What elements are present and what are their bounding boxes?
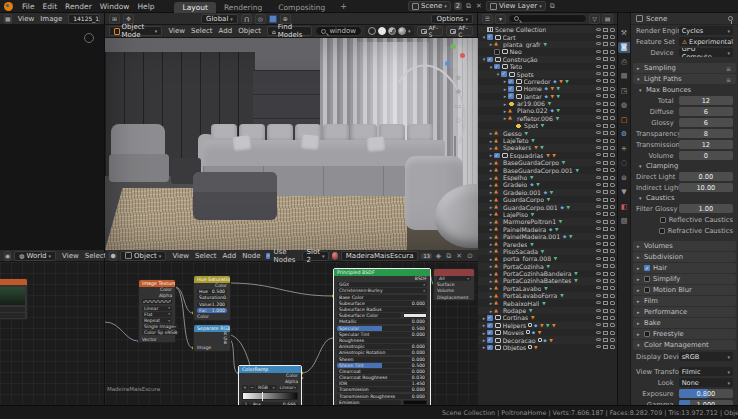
world[interactable]: ◍ bbox=[618, 100, 630, 111]
node-dropdown[interactable]: Repeat▾ bbox=[142, 318, 172, 323]
outliner-row[interactable]: LajeTeto bbox=[478, 137, 617, 144]
menu-item[interactable]: View bbox=[15, 15, 38, 23]
property-field[interactable]: ⚠ Experimental ▾ bbox=[679, 37, 733, 46]
disable-render-icon[interactable] bbox=[610, 345, 615, 349]
section-checkbox[interactable] bbox=[644, 265, 650, 271]
matcap-preview-icon[interactable] bbox=[269, 15, 277, 23]
menu-item[interactable]: Render bbox=[61, 2, 96, 11]
outliner-row[interactable]: PortaCozinhaBatentes bbox=[478, 277, 617, 284]
scene-selector[interactable]: Scene ▾ bbox=[408, 1, 451, 11]
properties-row[interactable]: Subdivision ⚠ ▾ ≡ bbox=[633, 252, 736, 262]
disable-viewport-icon[interactable] bbox=[603, 309, 608, 313]
tool[interactable]: ⚒ bbox=[618, 27, 630, 38]
display-mode-icon[interactable]: ▾ bbox=[495, 14, 506, 24]
disable-render-icon[interactable] bbox=[610, 272, 615, 276]
disable-viewport-icon[interactable] bbox=[603, 183, 608, 187]
outliner-row[interactable]: Helpers bbox=[478, 322, 617, 329]
hide-eye-icon[interactable] bbox=[596, 257, 601, 260]
add-stop-button[interactable]: + bbox=[242, 385, 248, 390]
material-name-field[interactable]: MadeiraMaisEscura bbox=[341, 251, 419, 261]
hide-eye-icon[interactable] bbox=[596, 124, 601, 127]
disable-viewport-icon[interactable] bbox=[603, 264, 608, 268]
disable-render-icon[interactable] bbox=[610, 176, 615, 180]
outliner-row[interactable]: Jantar bbox=[478, 93, 617, 100]
disable-viewport-icon[interactable] bbox=[603, 35, 608, 39]
section-arrow-icon[interactable] bbox=[637, 265, 644, 271]
view-layer-selector[interactable]: View Layer ▾ bbox=[486, 1, 546, 11]
disable-viewport-icon[interactable] bbox=[603, 57, 608, 61]
disable-render-icon[interactable] bbox=[610, 249, 615, 253]
disable-viewport-icon[interactable] bbox=[603, 345, 608, 349]
hide-eye-icon[interactable] bbox=[596, 279, 601, 282]
node-value-slider[interactable]: Fac1.000 bbox=[197, 308, 227, 313]
property-field[interactable]: ⚠ 6 ▾ bbox=[679, 118, 733, 127]
image-selector[interactable]: 14125_1d819 bbox=[68, 14, 100, 24]
node-value-slider[interactable]: Base Color bbox=[337, 295, 427, 300]
disable-viewport-icon[interactable] bbox=[603, 212, 608, 216]
hide-eye-icon[interactable] bbox=[596, 57, 601, 60]
disable-render-icon[interactable] bbox=[610, 28, 615, 32]
node-value-slider[interactable]: IOR1.450 bbox=[337, 381, 427, 386]
section-checkbox[interactable] bbox=[644, 331, 650, 337]
property-field[interactable]: ⚠ 8 ▾ bbox=[679, 129, 733, 138]
node-value-slider[interactable]: Subsurface Radius bbox=[337, 307, 427, 312]
properties-row[interactable]: Filter Glossy ⚠ 1.00 ▾ ≡ bbox=[631, 203, 738, 214]
hide-eye-icon[interactable] bbox=[596, 309, 601, 312]
outliner-row[interactable]: Gradeio bbox=[478, 181, 617, 188]
perspective-toggle-icon[interactable]: ◇ bbox=[456, 116, 461, 124]
hide-eye-icon[interactable] bbox=[596, 316, 601, 319]
disable-render-icon[interactable] bbox=[610, 50, 615, 54]
shader-type-dropdown[interactable]: ◍ World ▾ bbox=[14, 251, 56, 261]
node-value-slider[interactable]: Sheen0.000 bbox=[337, 357, 427, 362]
properties-row[interactable]: Display Device ⚠ sRGB ▾ ≡ bbox=[631, 351, 738, 362]
section-arrow-icon[interactable] bbox=[637, 298, 644, 304]
new-material-icon[interactable]: ⧉ bbox=[445, 252, 452, 260]
disable-render-icon[interactable] bbox=[610, 94, 615, 98]
disable-render-icon[interactable] bbox=[610, 286, 615, 290]
menu-item[interactable]: Object bbox=[235, 27, 264, 35]
disable-viewport-icon[interactable] bbox=[603, 294, 608, 298]
disable-viewport-icon[interactable] bbox=[603, 94, 608, 98]
constraints[interactable]: ⊛ bbox=[618, 172, 630, 183]
outliner-row[interactable]: Scene Collection bbox=[478, 26, 617, 33]
disable-render-icon[interactable] bbox=[610, 190, 615, 194]
disable-viewport-icon[interactable] bbox=[603, 109, 608, 113]
colorramp-gradient[interactable] bbox=[242, 392, 298, 400]
active-tool-icon[interactable]: ✥ bbox=[123, 14, 134, 24]
property-field[interactable]: ⚠ None ▾ bbox=[679, 378, 733, 387]
disable-render-icon[interactable] bbox=[610, 146, 615, 150]
unlink-material-icon[interactable]: ✕ bbox=[455, 252, 463, 260]
mode-dropdown[interactable]: Object Mode ▾ bbox=[109, 26, 162, 36]
outliner-row[interactable]: PortaLavabo bbox=[478, 285, 617, 292]
preset-menu-icon[interactable]: ≡ bbox=[726, 65, 731, 72]
hide-eye-icon[interactable] bbox=[596, 235, 601, 238]
section-arrow-icon[interactable] bbox=[637, 287, 644, 293]
properties-row[interactable]: Glossy ⚠ 6 ▾ ≡ bbox=[631, 117, 738, 128]
hsv-node[interactable]: Hue Saturation Value Color Hue0.500 Satu… bbox=[193, 275, 231, 321]
menu-item[interactable]: View bbox=[59, 252, 82, 260]
disable-viewport-icon[interactable] bbox=[603, 198, 608, 202]
outliner-row[interactable]: Teto bbox=[478, 63, 617, 70]
hide-eye-icon[interactable] bbox=[596, 249, 601, 252]
collection-checkbox[interactable] bbox=[508, 79, 514, 85]
disable-render-icon[interactable] bbox=[610, 161, 615, 165]
node-value-slider[interactable]: Hue0.500 bbox=[197, 289, 227, 294]
property-field[interactable]: ⚠ 12 ▾ bbox=[679, 96, 733, 105]
outliner-row[interactable]: Esquadrias bbox=[478, 152, 617, 159]
view-options-icon[interactable] bbox=[84, 33, 94, 43]
blender-logo-icon[interactable] bbox=[4, 2, 13, 11]
material-preview-icon[interactable] bbox=[332, 252, 337, 260]
collection-checkbox[interactable] bbox=[501, 71, 507, 77]
disable-render-icon[interactable] bbox=[610, 153, 615, 157]
hide-eye-icon[interactable] bbox=[596, 272, 601, 275]
pin-icon[interactable]: ⊙ bbox=[466, 252, 474, 260]
disable-render-icon[interactable] bbox=[610, 316, 615, 320]
disable-viewport-icon[interactable] bbox=[603, 161, 608, 165]
node-value-slider[interactable]: Value1.200 bbox=[197, 302, 227, 307]
hide-eye-icon[interactable] bbox=[596, 28, 601, 31]
properties-row[interactable]: Transmission ⚠ 12 ▾ ≡ bbox=[631, 139, 738, 150]
node-value-slider[interactable]: Roughness bbox=[337, 338, 427, 343]
collection-checkbox[interactable] bbox=[494, 153, 500, 159]
disable-render-icon[interactable] bbox=[610, 87, 615, 91]
hide-eye-icon[interactable] bbox=[596, 176, 601, 179]
